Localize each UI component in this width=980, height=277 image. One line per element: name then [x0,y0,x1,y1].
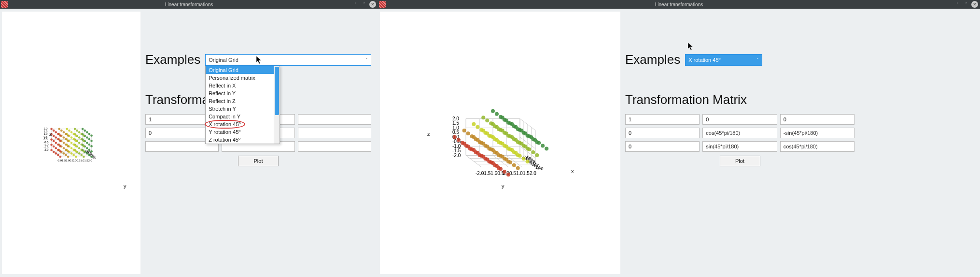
close-button[interactable]: ✕ [971,1,978,8]
combo-value: X rotation 45º [688,57,720,63]
svg-point-150 [81,138,83,141]
svg-point-322 [483,144,487,148]
svg-point-330 [522,144,526,148]
svg-point-141 [65,133,67,135]
svg-point-129 [86,142,88,144]
dropdown-scrollbar[interactable] [274,66,280,144]
matrix-cell-0-1[interactable] [702,114,777,125]
svg-point-355 [526,147,530,151]
examples-heading: Examples [145,52,200,67]
svg-point-152 [88,154,91,157]
z-axis-label: z [427,131,430,137]
dropdown-option[interactable]: Z rotation 45º [206,136,274,144]
scatter-3d-rotated[interactable]: 2.01.51.00.50.0-0.5-1.0-1.5-2.0-2.0-1.5-… [380,12,620,274]
svg-point-359 [545,147,548,151]
matrix-cell-1-0[interactable] [625,128,700,138]
svg-point-308 [489,121,493,125]
titlebar[interactable]: Linear transformations ˅ ˄ ✕ [0,0,378,9]
svg-point-126 [78,131,81,133]
svg-point-180 [90,140,93,142]
examples-dropdown[interactable]: Original Grid ˅ [205,54,371,66]
svg-point-361 [526,134,530,138]
matrix-cell-1-1[interactable] [702,128,777,138]
svg-point-153 [88,149,91,151]
matrix-cell-1-2[interactable] [298,128,371,138]
svg-point-336 [522,131,526,135]
svg-point-273 [466,131,470,135]
maximize-button[interactable]: ˄ [361,1,367,8]
matrix-cell-2-1[interactable] [702,141,777,152]
svg-point-340 [497,166,501,170]
svg-point-96 [68,130,70,132]
titlebar[interactable]: Linear transformations ˅ ˄ ✕ [378,0,980,9]
svg-point-345 [506,160,510,163]
svg-point-147 [81,154,83,157]
svg-point-124 [78,142,81,144]
dropdown-option[interactable]: Stretch in Y [206,105,274,113]
chevron-down-icon: ˅ [365,58,368,62]
svg-point-76 [74,128,76,130]
dropdown-option[interactable]: Original Grid [206,66,274,74]
dropdown-option[interactable]: Compact in Y [206,113,274,120]
svg-point-278 [476,125,479,129]
svg-point-119 [70,142,73,144]
svg-text:1.0: 1.0 [516,171,523,176]
matrix-cell-2-2[interactable] [780,141,854,152]
svg-point-352 [497,140,501,144]
svg-point-170 [75,140,77,142]
dropdown-option[interactable]: Reflect in Y [206,89,274,97]
svg-point-179 [90,145,93,147]
svg-point-288 [495,112,499,116]
svg-point-106 [84,130,86,132]
dropdown-option[interactable]: X rotation 45º [206,120,274,128]
matrix-cell-0-2[interactable] [780,114,854,125]
svg-point-59 [50,138,53,141]
svg-point-268 [457,138,461,142]
examples-dropdown[interactable]: X rotation 45º ˅ [685,54,762,66]
plot-button[interactable]: Plot [238,156,279,166]
plot-button[interactable]: Plot [720,156,760,166]
svg-point-86 [53,130,55,132]
matrix-cell-2-2[interactable] [298,141,371,152]
dropdown-option[interactable]: Y rotation 45º [206,128,274,136]
svg-point-174 [83,145,85,147]
minimize-button[interactable]: ˅ [352,1,359,8]
svg-point-293 [461,141,464,145]
dropdown-option[interactable]: Reflect in Z [206,97,274,105]
svg-point-71 [66,128,69,130]
svg-point-178 [90,150,93,153]
matrix-grid [625,114,854,152]
svg-point-335 [531,137,535,141]
svg-point-166 [67,134,70,137]
matrix-cell-1-2[interactable] [780,128,854,138]
svg-point-248 [462,129,466,132]
svg-point-334 [541,144,545,148]
dropdown-option[interactable]: Reflect in X [206,82,274,89]
minimize-button[interactable]: ˅ [954,1,961,8]
svg-point-109 [55,142,57,144]
svg-point-120 [70,136,73,139]
examples-dropdown-list[interactable]: Original GridPersonalized matrixReflect … [205,66,280,144]
matrix-cell-0-0[interactable] [625,114,700,125]
svg-point-130 [86,136,88,139]
svg-point-354 [535,153,539,157]
svg-point-347 [487,147,491,151]
svg-point-127 [86,152,88,155]
control-panel: Examples X rotation 45º ˅ Transformation… [620,9,980,277]
svg-point-155 [88,138,91,141]
svg-point-84 [53,140,55,143]
scatter-3d-original[interactable]: 2.01.51.00.50.0-0.5-1.0-1.5-2.0-2.0-1.5-… [2,12,140,274]
matrix-cell-2-0[interactable] [625,141,700,152]
svg-point-136 [57,133,59,135]
maximize-button[interactable]: ˄ [963,1,969,8]
close-button[interactable]: ✕ [369,1,376,8]
svg-point-101 [76,130,78,132]
dropdown-option[interactable]: Personalized matrix [206,74,274,82]
svg-point-321 [493,150,497,154]
window-title: Linear transformations [378,2,980,7]
matrix-cell-0-2[interactable] [298,114,371,125]
mouse-cursor [688,43,694,51]
svg-point-358 [497,127,501,131]
svg-point-167 [75,156,77,158]
svg-point-161 [59,134,62,137]
